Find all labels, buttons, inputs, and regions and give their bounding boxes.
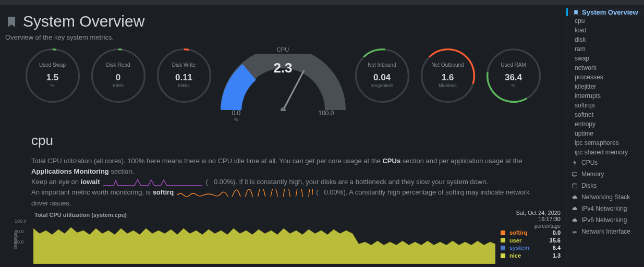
sidebar-item-disk[interactable]: disk (566, 35, 644, 44)
tooltip-row: user35.6 (501, 237, 561, 245)
gauge-used-swap[interactable]: Used Swap 1.5 % (23, 46, 82, 106)
sidebar-group-network-interface[interactable]: Network Interface (566, 226, 644, 237)
bookmark-icon (5, 15, 18, 28)
link-apps-monitoring[interactable]: Applications Monitoring (31, 167, 109, 175)
svg-rect-14 (573, 173, 577, 176)
section-heading-cpu: cpu (31, 132, 564, 149)
page-title: System Overview (23, 13, 144, 30)
svg-point-19 (574, 234, 575, 235)
chart-tooltip: Sat, Oct 24, 2020 16:17:30 percentage so… (501, 210, 561, 260)
sidebar-item-processes[interactable]: processes (566, 72, 644, 82)
sidebar-group-ipv6-networking[interactable]: IPv6 Networking (566, 214, 644, 226)
svg-point-18 (573, 183, 577, 185)
sidebar-item-uptime[interactable]: uptime (566, 129, 644, 138)
gauge-net-out[interactable]: Net Outbound 1.6 kilobits/s (419, 46, 477, 106)
gauge-cpu[interactable]: CPU 2.3 0.0 100.0 % (221, 46, 346, 122)
tooltip-row: system6.4 (501, 244, 561, 252)
sidebar-group-memory[interactable]: Memory (566, 168, 644, 180)
sparkline-iowait (103, 178, 202, 186)
sidebar-item-entropy[interactable]: entropy (566, 119, 644, 129)
svg-line-6 (283, 70, 304, 110)
sidebar-item-ipc-shared-memory[interactable]: ipc shared memory (566, 148, 644, 157)
link-cpus[interactable]: CPUs (382, 157, 400, 165)
sparkline-softirq (177, 189, 313, 197)
top-bar (0, 0, 644, 5)
tooltip-row: nice1.3 (501, 252, 561, 260)
main-content: System Overview Overview of the key syst… (0, 5, 566, 267)
sidebar-item-softirqs[interactable]: softirqs (566, 101, 644, 110)
gauge-disk-read[interactable]: Disk Read 0 KiB/s (89, 46, 148, 106)
gauges-row: Used Swap 1.5 % Disk Read 0 KiB/s Disk W… (2, 46, 564, 122)
bookmark-icon (573, 9, 579, 16)
sidebar-group-ipv4-networking[interactable]: IPv4 Networking (566, 203, 644, 214)
sidebar-item-interrupts[interactable]: interrupts (566, 91, 644, 101)
gauge-net-in[interactable]: Net Inbound 0.04 megabits/s (353, 46, 411, 106)
sidebar-group-networking-stack[interactable]: Networking Stack (566, 191, 644, 203)
sidebar-item-swap[interactable]: swap (566, 54, 644, 63)
sidebar-group-cpus[interactable]: CPUs (566, 157, 644, 168)
sidebar-group-disks[interactable]: Disks (566, 180, 644, 191)
sidebar-item-idlejitter[interactable]: idlejitter (566, 82, 644, 91)
sidebar-item-ipc-semaphores[interactable]: ipc semaphores (566, 138, 644, 148)
gauge-disk-write[interactable]: Disk Write 0.11 MiB/s (155, 46, 213, 106)
sidebar-item-load[interactable]: load (566, 26, 644, 35)
page-subtitle: Overview of the key system metrics. (5, 33, 564, 41)
sidebar-item-ram[interactable]: ram (566, 44, 644, 54)
sidebar: System Overview cpuloaddiskramswapnetwor… (566, 5, 644, 267)
chart-canvas (33, 219, 495, 264)
sidebar-item-system-overview[interactable]: System Overview (566, 8, 644, 16)
gauge-ram[interactable]: Used RAM 36.4 % (484, 46, 543, 106)
sidebar-item-softnet[interactable]: softnet (566, 110, 644, 119)
chart-system-cpu[interactable]: Total CPU utilization (system.cpu) 100.0… (14, 212, 564, 265)
sidebar-item-cpu[interactable]: cpu (566, 16, 644, 26)
cpu-description: Total CPU utilization (all cores). 100% … (31, 156, 548, 209)
tooltip-row: softirq0.0 (501, 229, 561, 237)
sidebar-item-network[interactable]: network (566, 63, 644, 72)
